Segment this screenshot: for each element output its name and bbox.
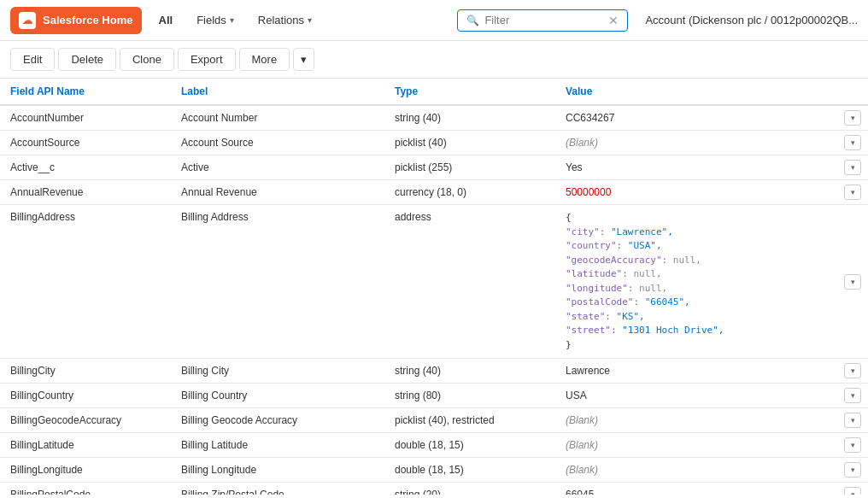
row-action-dropdown[interactable]: ▾ bbox=[844, 274, 861, 290]
table-row: BillingLatitudeBilling Latitudedouble (1… bbox=[0, 433, 868, 458]
cell-api-name: BillingLatitude bbox=[0, 433, 171, 458]
cell-value: (Blank)▾ bbox=[555, 131, 868, 155]
cell-label: Billing Zip/Postal Code bbox=[171, 483, 384, 495]
fields-table-container: Field API Name Label Type Value AccountN… bbox=[0, 79, 868, 495]
row-action-dropdown[interactable]: ▾ bbox=[844, 388, 861, 403]
tab-all-label: All bbox=[159, 14, 173, 26]
more-dropdown-button[interactable]: ▾ bbox=[293, 48, 314, 71]
tab-fields[interactable]: Fields ▾ bbox=[186, 9, 244, 32]
cell-api-name: BillingPostalCode bbox=[0, 483, 171, 495]
cell-type: double (18, 15) bbox=[384, 458, 555, 483]
action-bar: Edit Delete Clone Export More ▾ bbox=[0, 41, 868, 79]
tab-relations[interactable]: Relations ▾ bbox=[248, 9, 322, 32]
cell-api-name: BillingCity bbox=[0, 359, 171, 384]
cell-api-name: BillingCountry bbox=[0, 384, 171, 408]
table-row: AccountSourceAccount Sourcepicklist (40)… bbox=[0, 131, 868, 155]
cell-api-name: AccountSource bbox=[0, 131, 171, 155]
cell-type: double (18, 15) bbox=[384, 433, 555, 458]
cell-api-name: BillingLongitude bbox=[0, 458, 171, 483]
table-row: BillingPostalCodeBilling Zip/Postal Code… bbox=[0, 483, 868, 495]
row-action-dropdown[interactable]: ▾ bbox=[844, 462, 861, 477]
row-action-dropdown[interactable]: ▾ bbox=[844, 135, 861, 150]
cell-value: (Blank)▾ bbox=[555, 408, 868, 433]
row-action-dropdown[interactable]: ▾ bbox=[844, 437, 861, 453]
cell-type: picklist (40), restricted bbox=[384, 408, 555, 433]
cell-api-name: AnnualRevenue bbox=[0, 180, 171, 205]
tab-fields-label: Fields bbox=[196, 14, 226, 26]
cell-label: Account Source bbox=[171, 131, 384, 155]
cell-api-name: AccountNumber bbox=[0, 105, 171, 131]
cell-label: Billing City bbox=[171, 359, 384, 384]
main-content: Field API Name Label Type Value AccountN… bbox=[0, 79, 868, 495]
cell-type: string (20) bbox=[384, 483, 555, 495]
cell-type: picklist (255) bbox=[384, 155, 555, 180]
cell-value: (Blank)▾ bbox=[555, 458, 868, 483]
cell-label: Billing Geocode Accuracy bbox=[171, 408, 384, 433]
cell-label: Account Number bbox=[171, 105, 384, 131]
row-action-dropdown[interactable]: ▾ bbox=[844, 185, 861, 200]
col-header-label[interactable]: Label bbox=[171, 79, 384, 105]
col-header-type[interactable]: Type bbox=[384, 79, 555, 105]
cell-value: CC634267▾ bbox=[555, 105, 868, 131]
chevron-down-icon: ▾ bbox=[308, 15, 312, 25]
app-logo[interactable]: ☁ Salesforce Home bbox=[10, 7, 142, 34]
clear-search-button[interactable]: ✕ bbox=[608, 14, 619, 27]
tab-all[interactable]: All bbox=[149, 9, 184, 32]
cell-label: Billing Address bbox=[171, 205, 384, 359]
export-button[interactable]: Export bbox=[178, 48, 236, 71]
cell-value: { "city": "Lawrence", "country": "USA", … bbox=[555, 205, 868, 359]
cell-value: (Blank)▾ bbox=[555, 433, 868, 458]
cell-type: string (80) bbox=[384, 384, 555, 408]
more-button[interactable]: More bbox=[239, 48, 290, 71]
cell-type: address bbox=[384, 205, 555, 359]
cell-value: USA▾ bbox=[555, 384, 868, 408]
filter-input[interactable] bbox=[484, 14, 603, 26]
table-row: AnnualRevenueAnnual Revenuecurrency (18,… bbox=[0, 180, 868, 205]
top-nav: ☁ Salesforce Home All Fields ▾ Relations… bbox=[0, 0, 868, 41]
table-row: BillingCityBilling Citystring (40)Lawren… bbox=[0, 359, 868, 384]
cell-type: string (40) bbox=[384, 359, 555, 384]
chevron-down-icon: ▾ bbox=[230, 15, 234, 25]
row-action-dropdown[interactable]: ▾ bbox=[844, 487, 861, 495]
row-action-dropdown[interactable]: ▾ bbox=[844, 160, 861, 175]
table-row: AccountNumberAccount Numberstring (40)CC… bbox=[0, 105, 868, 131]
cell-api-name: BillingGeocodeAccuracy bbox=[0, 408, 171, 433]
cell-value: 50000000▾ bbox=[555, 180, 868, 205]
table-row: Active__cActivepicklist (255)Yes▾ bbox=[0, 155, 868, 180]
cell-value: Lawrence▾ bbox=[555, 359, 868, 384]
delete-button[interactable]: Delete bbox=[58, 48, 116, 71]
row-action-dropdown[interactable]: ▾ bbox=[844, 110, 861, 126]
clone-button[interactable]: Clone bbox=[120, 48, 174, 71]
cell-type: string (40) bbox=[384, 105, 555, 131]
col-header-api[interactable]: Field API Name bbox=[0, 79, 171, 105]
cell-value: Yes▾ bbox=[555, 155, 868, 180]
filter-search-box[interactable]: 🔍 ✕ bbox=[457, 9, 628, 32]
search-icon: 🔍 bbox=[466, 15, 479, 26]
cell-label: Billing Country bbox=[171, 384, 384, 408]
col-header-value[interactable]: Value bbox=[555, 79, 868, 105]
table-row: BillingLongitudeBilling Longitudedouble … bbox=[0, 458, 868, 483]
cell-api-name: BillingAddress bbox=[0, 205, 171, 359]
table-row: BillingAddressBilling Addressaddress{ "c… bbox=[0, 205, 868, 359]
record-title: Account (Dickenson plc / 0012p00002QB... bbox=[645, 14, 858, 26]
cell-label: Annual Revenue bbox=[171, 180, 384, 205]
tab-relations-label: Relations bbox=[258, 14, 304, 26]
cell-type: currency (18, 0) bbox=[384, 180, 555, 205]
fields-table: Field API Name Label Type Value AccountN… bbox=[0, 79, 868, 495]
table-row: BillingCountryBilling Countrystring (80)… bbox=[0, 384, 868, 408]
cell-label: Billing Longitude bbox=[171, 458, 384, 483]
cell-api-name: Active__c bbox=[0, 155, 171, 180]
cell-label: Active bbox=[171, 155, 384, 180]
row-action-dropdown[interactable]: ▾ bbox=[844, 413, 861, 428]
row-action-dropdown[interactable]: ▾ bbox=[844, 363, 861, 378]
table-row: BillingGeocodeAccuracyBilling Geocode Ac… bbox=[0, 408, 868, 433]
nav-tabs: All Fields ▾ Relations ▾ bbox=[149, 9, 451, 32]
edit-button[interactable]: Edit bbox=[10, 48, 55, 71]
salesforce-cloud-icon: ☁ bbox=[19, 12, 36, 29]
cell-value: 66045▾ bbox=[555, 483, 868, 495]
cell-type: picklist (40) bbox=[384, 131, 555, 155]
app-logo-text: Salesforce Home bbox=[43, 14, 133, 26]
cell-label: Billing Latitude bbox=[171, 433, 384, 458]
